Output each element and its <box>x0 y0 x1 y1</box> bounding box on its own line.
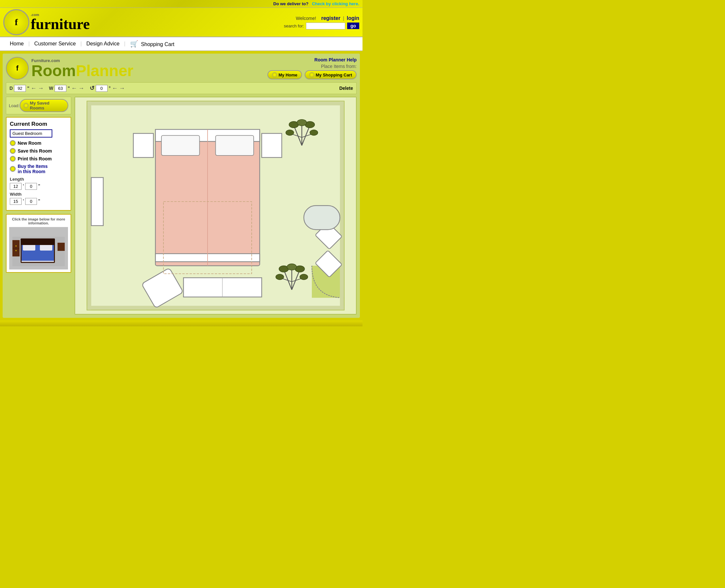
room-options: New Room Save this Room Print this Room … <box>10 140 67 174</box>
rotate-arrow-right: → <box>119 85 125 92</box>
room-name-input[interactable] <box>10 129 52 138</box>
room-canvas[interactable] <box>75 97 357 315</box>
svg-rect-12 <box>58 243 65 251</box>
search-label: search for: <box>284 23 304 28</box>
buy-items-label: Buy the Itemsin this Room <box>18 164 48 174</box>
planner-right: Room Planner Help Place Items from: My H… <box>267 57 357 79</box>
save-room-option[interactable]: Save this Room <box>10 148 67 154</box>
nav-customer-service[interactable]: Customer Service <box>30 41 80 47</box>
cart-icon: 🛒 <box>130 40 138 47</box>
width-label: W <box>49 86 53 91</box>
length-ft-input[interactable] <box>10 183 22 190</box>
shopping-cart-label: My Shopping Cart <box>316 72 352 78</box>
rotate-arrow-left: ← <box>112 85 118 92</box>
rotate-icon: ↺ <box>89 85 95 92</box>
my-shopping-cart-button[interactable]: My Shopping Cart <box>305 70 357 79</box>
controls-bar: D " ← → W " ← → ↺ ° ← → Delete <box>6 82 357 94</box>
svg-rect-49 <box>91 177 103 225</box>
save-room-label: Save this Room <box>18 148 52 153</box>
preview-label: Click the image below for more informati… <box>9 217 68 225</box>
bottom-bar <box>0 320 363 326</box>
length-ft-unit: ' <box>23 184 24 189</box>
svg-point-45 <box>276 274 284 280</box>
width-in-unit: " <box>38 198 40 205</box>
buy-items-option[interactable]: Buy the Itemsin this Room <box>10 164 67 174</box>
print-room-label: Print this Room <box>18 156 52 161</box>
width-input[interactable] <box>55 85 66 92</box>
nav-design-advice[interactable]: Design Advice <box>82 41 124 47</box>
main-content: f Furniture.com RoomPlanner Room Planner… <box>3 54 360 318</box>
site-header: f .com furniture Welcome! register | log… <box>0 8 363 37</box>
width-ft-input[interactable] <box>10 198 22 205</box>
new-room-option[interactable]: New Room <box>10 140 67 146</box>
register-link[interactable]: register <box>321 15 341 21</box>
depth-arrow-left: ← <box>31 85 37 92</box>
load-section: Load: My Saved Rooms <box>6 97 71 114</box>
svg-rect-17 <box>340 101 344 310</box>
planner-room-word: Room <box>32 62 76 79</box>
my-home-button[interactable]: My Home <box>267 70 302 79</box>
top-delivery-bar: Do we deliver to? Check by clicking here… <box>0 0 363 8</box>
header-nav: Welcome! register | login <box>284 15 359 21</box>
room-plan-svg <box>75 97 356 314</box>
width-control: W " ← → <box>49 85 84 92</box>
length-row: ' " <box>10 183 67 190</box>
width-in-input[interactable] <box>25 198 37 205</box>
search-input[interactable] <box>306 23 345 29</box>
check-delivery-link[interactable]: Check by clicking here. <box>312 1 359 6</box>
depth-control: D " ← → <box>9 85 44 92</box>
width-arrow-right: → <box>78 85 84 92</box>
svg-rect-22 <box>161 135 200 155</box>
load-label: Load: <box>9 103 20 108</box>
svg-point-44 <box>287 264 297 270</box>
planner-title-big: RoomPlanner <box>32 63 133 79</box>
load-saved-rooms-button[interactable]: My Saved Rooms <box>20 99 68 112</box>
nav-home[interactable]: Home <box>5 41 28 47</box>
width-arrow-left: ← <box>71 85 77 92</box>
planner-planner-word: Planner <box>76 62 133 79</box>
print-room-option[interactable]: Print this Room <box>10 156 67 162</box>
go-button[interactable]: go <box>347 23 359 29</box>
svg-rect-26 <box>262 133 282 158</box>
planner-header: f Furniture.com RoomPlanner Room Planner… <box>6 57 357 80</box>
shopping-cart-circle <box>309 72 315 78</box>
logo-furniture-text: furniture <box>31 17 90 32</box>
logo-area: f .com furniture <box>3 9 90 35</box>
depth-input[interactable] <box>14 85 26 92</box>
welcome-text: Welcome! <box>296 16 316 21</box>
rotate-input[interactable] <box>96 85 107 92</box>
delete-button[interactable]: Delete <box>339 86 353 91</box>
main-nav: Home | Customer Service | Design Advice … <box>0 37 363 51</box>
depth-unit: " <box>27 86 29 91</box>
load-circle <box>23 103 29 108</box>
header-right: Welcome! register | login search for: go <box>284 15 359 29</box>
svg-rect-23 <box>216 135 254 155</box>
svg-point-34 <box>297 119 307 126</box>
buy-items-circle <box>10 166 16 172</box>
length-in-unit: " <box>38 184 40 189</box>
search-row: search for: go <box>284 23 359 29</box>
place-items-label: Place Items from: <box>267 64 357 69</box>
logo-circle: f <box>3 9 29 35</box>
svg-rect-7 <box>21 238 55 245</box>
place-items-buttons: My Home My Shopping Cart <box>267 70 357 79</box>
login-link[interactable]: login <box>347 15 359 21</box>
preview-image[interactable] <box>9 227 68 270</box>
current-room-title: Current Room <box>10 121 67 127</box>
svg-rect-15 <box>87 101 344 105</box>
svg-rect-16 <box>87 101 91 310</box>
rotate-control: ↺ ° ← → <box>89 85 125 92</box>
preview-svg <box>9 227 68 270</box>
save-room-circle <box>10 148 16 154</box>
rotate-unit: ° <box>109 86 111 91</box>
svg-point-36 <box>310 130 318 135</box>
planner-logo-circle: f <box>6 57 29 80</box>
svg-rect-53 <box>304 206 340 230</box>
new-room-label: New Room <box>18 141 41 146</box>
length-in-input[interactable] <box>25 183 37 190</box>
planner-help-link[interactable]: Room Planner Help <box>267 57 357 62</box>
svg-rect-18 <box>87 306 344 310</box>
depth-arrow-right: → <box>38 85 44 92</box>
nav-shopping-cart[interactable]: 🛒 Shopping Cart <box>125 40 179 48</box>
preview-panel: Click the image below for more informati… <box>6 214 71 273</box>
